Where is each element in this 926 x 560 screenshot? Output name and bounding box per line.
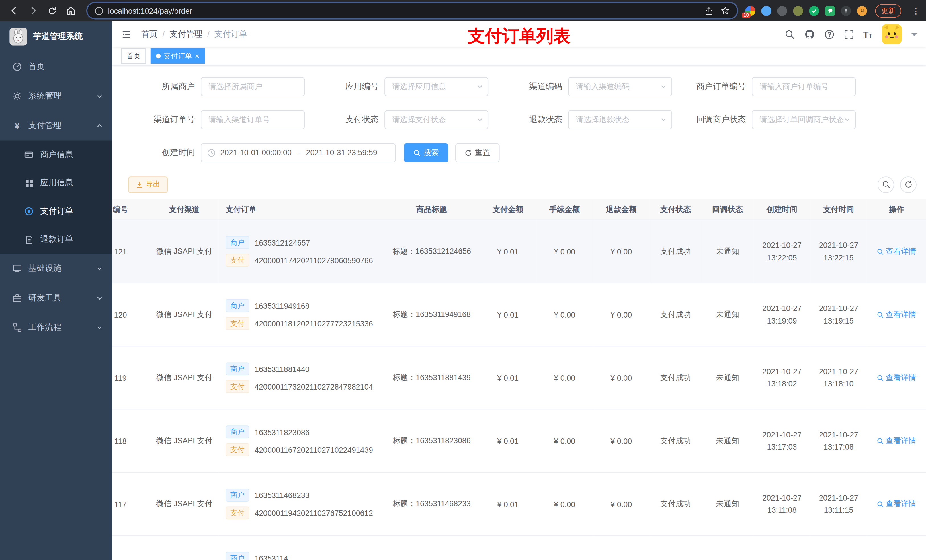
table-row: 117 微信 JSAPI 支付 商户1635311468233 支付420000… (112, 472, 926, 536)
url-text: localhost:1024/pay/order (108, 6, 192, 15)
card-icon (24, 150, 34, 159)
sidebar-item-system[interactable]: 系统管理 (0, 82, 112, 111)
pin-extension-icon[interactable] (761, 6, 771, 16)
share-icon[interactable] (705, 6, 713, 15)
search-icon[interactable] (785, 29, 795, 39)
cell-fee: ¥ 0.00 (536, 409, 593, 472)
field-label: 所属商户 (128, 82, 201, 92)
sidebar-item-pay-order[interactable]: 支付订单 (0, 197, 112, 226)
sidebar-item-refund-order[interactable]: 退款订单 (0, 225, 112, 254)
sidebar-item-payment[interactable]: ¥ 支付管理 (0, 111, 112, 140)
dark-pin-extension-icon[interactable] (841, 6, 851, 16)
browser-reload-button[interactable] (44, 2, 60, 19)
page-content: 所属商户 应用编号 请选择应用信息 渠道编码 请输入渠道编码 (112, 65, 926, 560)
create-time-range-picker[interactable]: 2021-10-01 00:00:00 - 2021-10-31 23:59:5… (201, 143, 395, 162)
pay-status-select[interactable]: 请选择支付状态 (384, 110, 488, 129)
sidebar-item-label: 支付管理 (29, 120, 62, 131)
site-info-icon[interactable] (95, 6, 103, 15)
browser-update-button[interactable]: 更新 (875, 4, 901, 17)
cell-fee (536, 536, 593, 560)
cell-status: 支付成功 (649, 220, 702, 284)
toggle-search-button[interactable] (878, 177, 894, 193)
cell-fee: ¥ 0.00 (536, 283, 593, 346)
fullscreen-icon[interactable] (844, 29, 854, 39)
select-chevron-icon (477, 83, 483, 90)
browser-forward-button[interactable] (25, 2, 41, 19)
avatar-caret-icon[interactable] (911, 33, 917, 36)
channel-code-select[interactable]: 请输入渠道编码 (568, 77, 672, 96)
cell-amount: ¥ 0.01 (480, 409, 536, 472)
view-detail-link[interactable]: 查看详情 (877, 246, 916, 257)
search-button[interactable]: 搜索 (404, 143, 448, 162)
view-detail-link[interactable]: 查看详情 (877, 499, 916, 510)
app-title: 芋道管理系统 (33, 31, 83, 42)
sidebar-item-dev-tools[interactable]: 研发工具 (0, 284, 112, 313)
cell-channel: 微信 JSAPI 支付 (150, 472, 219, 536)
palette-extension-icon[interactable]: 10 (745, 6, 755, 16)
col-create-time: 创建时间 (754, 199, 810, 220)
help-icon[interactable] (825, 29, 834, 39)
view-detail-link[interactable]: 查看详情 (877, 436, 916, 447)
rabbit-logo-icon (9, 27, 27, 45)
table-row: 120 微信 JSAPI 支付 商户1635311949168 支付420000… (112, 283, 926, 346)
field-label: 创建时间 (128, 147, 201, 158)
col-actions: 操作 (867, 199, 926, 220)
refresh-table-button[interactable] (900, 177, 917, 193)
merchant-tag: 商户 (225, 362, 249, 376)
cell-fee: ¥ 0.00 (536, 220, 593, 284)
cell-order: 商户1635312124657 支付4200001174202110278060… (218, 220, 384, 284)
refresh-icon (904, 181, 912, 189)
font-size-icon[interactable]: TT (863, 30, 873, 39)
sidebar-item-label: 支付订单 (40, 206, 73, 217)
tab-close-icon[interactable]: × (195, 52, 199, 60)
browser-home-button[interactable] (63, 2, 79, 19)
app-logo[interactable]: 芋道管理系统 (0, 21, 112, 52)
notify-status-select[interactable]: 请选择订单回调商户状态 (752, 110, 856, 129)
select-chevron-icon (660, 117, 667, 123)
browser-menu-icon[interactable]: ⋮ (912, 6, 920, 15)
cell-pay-time: 2021-10-2713:19:15 (810, 283, 867, 346)
browser-back-button[interactable] (6, 2, 23, 19)
olive-extension-icon[interactable] (793, 6, 803, 16)
sidebar-collapse-button[interactable] (121, 29, 132, 39)
reset-button[interactable]: 重置 (455, 143, 500, 162)
cell-id (112, 536, 150, 560)
sidebar-item-app-info[interactable]: 应用信息 (0, 169, 112, 197)
gray-extension-icon[interactable] (777, 6, 787, 16)
export-button[interactable]: 导出 (128, 177, 168, 193)
merchant-order-no-input[interactable] (752, 77, 856, 96)
top-navbar: 首页 / 支付管理 / 支付订单 支付订单列表 (112, 21, 926, 48)
cell-amount: ¥ 0.01 (480, 283, 536, 346)
cell-id: 121 (112, 220, 150, 284)
github-icon[interactable] (804, 29, 815, 39)
profile-avatar-icon[interactable] (857, 6, 867, 16)
bookmark-star-icon[interactable] (720, 6, 730, 15)
sidebar-item-infrastructure[interactable]: 基础设施 (0, 254, 112, 284)
browser-toolbar: localhost:1024/pay/order 10 (0, 0, 926, 21)
cell-notify: 未通知 (702, 472, 754, 536)
cell-refund: ¥ 0.00 (593, 283, 649, 346)
filter-row-3: 创建时间 2021-10-01 00:00:00 - 2021-10-31 23… (128, 143, 926, 162)
cell-create-time: 2021-10-2713:17:03 (754, 409, 810, 472)
chat-extension-icon[interactable] (825, 6, 835, 16)
check-extension-icon[interactable] (809, 6, 819, 16)
tab-pay-order[interactable]: 支付订单 × (151, 48, 205, 64)
cell-amount (480, 536, 536, 560)
tab-home[interactable]: 首页 (121, 48, 146, 64)
app-select[interactable]: 请选择应用信息 (384, 77, 488, 96)
field-label: 渠道订单号 (128, 115, 201, 125)
sidebar-item-merchant-info[interactable]: 商户信息 (0, 140, 112, 169)
breadcrumb-home[interactable]: 首页 (141, 29, 158, 39)
chevron-down-icon (96, 265, 103, 272)
col-id: 编号 (112, 199, 150, 220)
sidebar-item-home[interactable]: 首页 (0, 52, 112, 82)
merchant-input[interactable] (201, 77, 305, 96)
address-bar[interactable]: localhost:1024/pay/order (88, 3, 737, 18)
view-detail-link[interactable]: 查看详情 (877, 309, 916, 320)
user-avatar[interactable] (882, 24, 902, 44)
breadcrumb-payment[interactable]: 支付管理 (169, 29, 203, 39)
refund-status-select[interactable]: 请选择退款状态 (568, 110, 672, 129)
channel-order-no-input[interactable] (201, 110, 305, 129)
view-detail-link[interactable]: 查看详情 (877, 373, 916, 383)
sidebar-item-workflow[interactable]: 工作流程 (0, 313, 112, 342)
